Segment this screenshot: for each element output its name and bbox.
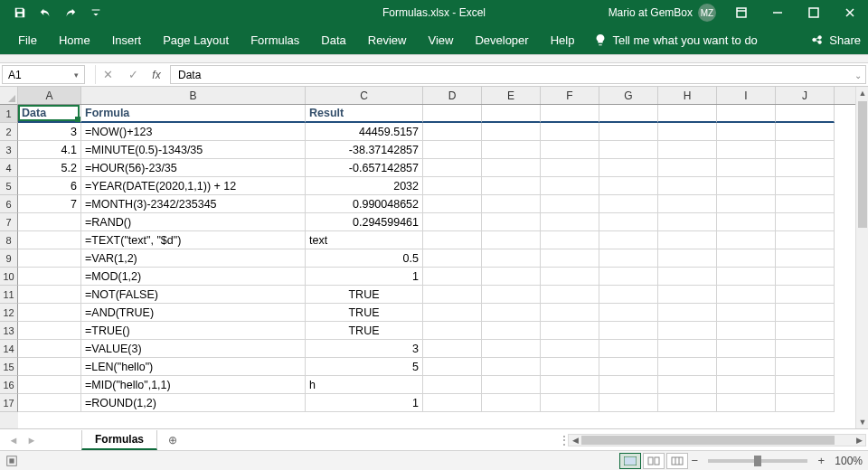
row-header-17[interactable]: 17 (0, 394, 18, 412)
cell[interactable] (423, 286, 482, 304)
cell[interactable] (599, 268, 658, 286)
zoom-slider-thumb[interactable] (754, 456, 761, 466)
share-button[interactable]: Share (811, 33, 861, 47)
zoom-out-button[interactable]: − (688, 455, 701, 467)
horizontal-scrollbar[interactable]: ◀ ▶ (568, 434, 866, 446)
cell[interactable]: =NOW()+123 (81, 123, 306, 141)
cancel-formula-button[interactable]: ✕ (96, 63, 119, 87)
cell[interactable] (776, 394, 835, 412)
cell[interactable] (423, 394, 482, 412)
cell[interactable] (658, 177, 717, 195)
cell[interactable]: TRUE (306, 304, 423, 322)
ribbon-options-button[interactable] (723, 0, 760, 25)
cell[interactable] (423, 177, 482, 195)
column-header-B[interactable]: B (81, 87, 306, 104)
undo-button[interactable] (33, 0, 58, 25)
cell[interactable]: =AND(TRUE) (81, 304, 306, 322)
cell[interactable] (482, 286, 541, 304)
row-header-1[interactable]: 1 (0, 105, 18, 123)
cell[interactable] (482, 159, 541, 177)
cell[interactable]: 1 (306, 268, 423, 286)
cell[interactable] (776, 141, 835, 159)
cell[interactable] (658, 340, 717, 358)
cell[interactable] (482, 268, 541, 286)
cell[interactable] (658, 213, 717, 231)
cell[interactable] (776, 159, 835, 177)
column-header-H[interactable]: H (658, 87, 717, 104)
cell[interactable] (599, 340, 658, 358)
cell[interactable] (717, 322, 776, 340)
cell[interactable]: =VAR(1,2) (81, 249, 306, 268)
cell[interactable]: 2032 (306, 177, 423, 195)
cell[interactable] (599, 195, 658, 213)
column-header-I[interactable]: I (717, 87, 776, 104)
scroll-right-button[interactable]: ▶ (853, 435, 865, 446)
cell[interactable]: =RAND() (81, 213, 306, 231)
cell[interactable] (599, 141, 658, 159)
cell[interactable] (599, 249, 658, 268)
cell[interactable] (776, 249, 835, 268)
cell[interactable] (482, 231, 541, 249)
select-all-corner[interactable] (0, 87, 18, 105)
cell[interactable]: =HOUR(56)-23/35 (81, 159, 306, 177)
cell[interactable] (482, 358, 541, 376)
page-break-view-button[interactable] (666, 453, 688, 469)
cell[interactable] (18, 340, 81, 358)
tab-file[interactable]: File (7, 25, 48, 54)
cell[interactable] (658, 123, 717, 141)
cell[interactable] (482, 123, 541, 141)
cell[interactable] (658, 141, 717, 159)
cell[interactable]: 1 (306, 394, 423, 412)
cell[interactable] (658, 358, 717, 376)
cell[interactable] (599, 231, 658, 249)
cell[interactable]: 0.990048652 (306, 195, 423, 213)
horizontal-scroll-thumb[interactable] (581, 436, 835, 445)
cell[interactable] (658, 394, 717, 412)
cell[interactable]: h (306, 376, 423, 394)
cell[interactable] (541, 322, 599, 340)
cell[interactable]: 3 (306, 340, 423, 358)
fx-icon[interactable]: fx (146, 69, 166, 81)
cell[interactable] (776, 105, 835, 123)
cell[interactable] (717, 105, 776, 123)
column-header-F[interactable]: F (541, 87, 599, 104)
spreadsheet-grid[interactable]: ABCDEFGHIJ 1234567891011121314151617 Dat… (0, 87, 868, 428)
tell-me-search[interactable]: Tell me what you want to do (594, 33, 757, 47)
cell[interactable] (658, 268, 717, 286)
row-header-4[interactable]: 4 (0, 159, 18, 177)
cell[interactable] (423, 376, 482, 394)
column-header-D[interactable]: D (423, 87, 482, 104)
sheet-split-handle[interactable]: ⋮ (561, 431, 568, 449)
cell[interactable] (541, 249, 599, 268)
column-header-J[interactable]: J (776, 87, 835, 104)
row-header-16[interactable]: 16 (0, 376, 18, 394)
cell[interactable]: =MOD(1,2) (81, 268, 306, 286)
add-sheet-button[interactable]: ⊕ (163, 430, 183, 450)
cell[interactable] (658, 105, 717, 123)
cell[interactable] (423, 159, 482, 177)
cell[interactable]: =VALUE(3) (81, 340, 306, 358)
cell[interactable] (599, 358, 658, 376)
cell[interactable] (18, 213, 81, 231)
cells-area[interactable]: DataFormulaResult3=NOW()+12344459.51574.… (18, 105, 855, 428)
close-button[interactable] (832, 0, 868, 25)
cell[interactable]: =MINUTE(0.5)-1343/35 (81, 141, 306, 159)
cell[interactable] (776, 340, 835, 358)
cell[interactable] (717, 340, 776, 358)
tab-insert[interactable]: Insert (101, 25, 153, 54)
cell[interactable] (658, 322, 717, 340)
cell[interactable] (717, 358, 776, 376)
name-box[interactable]: A1 ▾ (2, 65, 85, 84)
row-header-14[interactable]: 14 (0, 340, 18, 358)
cell[interactable] (717, 249, 776, 268)
cell[interactable] (482, 177, 541, 195)
cell[interactable] (776, 213, 835, 231)
row-header-2[interactable]: 2 (0, 123, 18, 141)
cell[interactable] (541, 105, 599, 123)
expand-formula-bar-button[interactable]: ⌄ (854, 70, 862, 80)
cell[interactable] (423, 141, 482, 159)
cell[interactable] (541, 177, 599, 195)
tab-data[interactable]: Data (310, 25, 356, 54)
cell[interactable]: 5.2 (18, 159, 81, 177)
cell[interactable] (717, 304, 776, 322)
